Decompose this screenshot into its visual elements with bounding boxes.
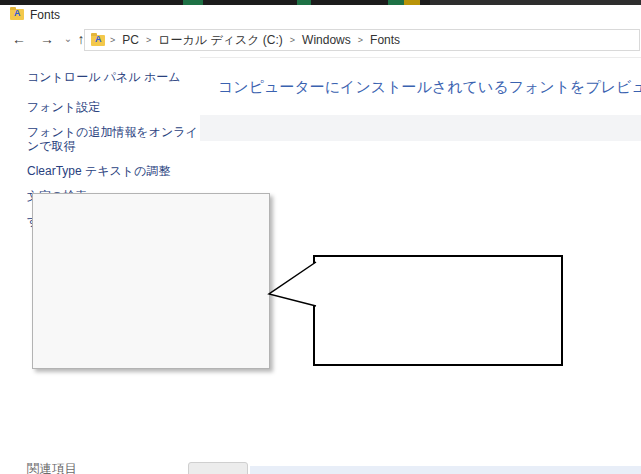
forward-arrow-icon[interactable]: → xyxy=(38,31,56,47)
context-menu xyxy=(32,193,270,369)
breadcrumb-separator-icon: > xyxy=(110,35,115,45)
breadcrumb-item[interactable]: ローカル ディスク (C:) xyxy=(158,32,283,49)
command-toolbar xyxy=(200,115,641,141)
navigation-bar: ←→⌄↑ A >PC>ローカル ディスク (C:)>Windows>Fonts xyxy=(0,24,641,58)
breadcrumb-separator-icon: > xyxy=(146,35,151,45)
title-bar: A Fonts xyxy=(0,5,641,24)
related-items-header: 関連項目 xyxy=(27,461,77,474)
annotation-callout xyxy=(313,255,563,366)
next-row-strip-peek xyxy=(250,466,641,474)
breadcrumb-item[interactable]: Windows xyxy=(302,33,351,47)
fonts-explorer-window: A Fonts ←→⌄↑ A >PC>ローカル ディスク (C:)>Window… xyxy=(0,0,641,474)
sidebar-link[interactable]: フォントの追加情報をオンラインで取得 xyxy=(27,125,207,153)
sidebar-link[interactable]: ClearType テキストの調整 xyxy=(27,164,207,178)
sidebar-link[interactable]: フォント設定 xyxy=(27,100,207,114)
fonts-folder-icon: A xyxy=(91,35,105,46)
breadcrumb-separator-icon: > xyxy=(290,35,295,45)
page-description: コンピューターにインストールされているフォントをプレビュー、削除、表示また xyxy=(218,78,641,97)
window-title: Fonts xyxy=(30,8,60,22)
breadcrumb: >PC>ローカル ディスク (C:)>Windows>Fonts xyxy=(105,32,402,49)
next-row-tile-peek xyxy=(188,462,248,474)
sidebar-link[interactable]: コントロール パネル ホーム xyxy=(27,70,207,84)
breadcrumb-separator-icon: > xyxy=(358,35,363,45)
address-bar[interactable]: A >PC>ローカル ディスク (C:)>Windows>Fonts xyxy=(84,29,640,51)
fonts-folder-icon: A xyxy=(10,9,24,20)
breadcrumb-item[interactable]: Fonts xyxy=(370,33,400,47)
back-arrow-icon[interactable]: ← xyxy=(10,31,28,47)
breadcrumb-item[interactable]: PC xyxy=(122,33,139,47)
